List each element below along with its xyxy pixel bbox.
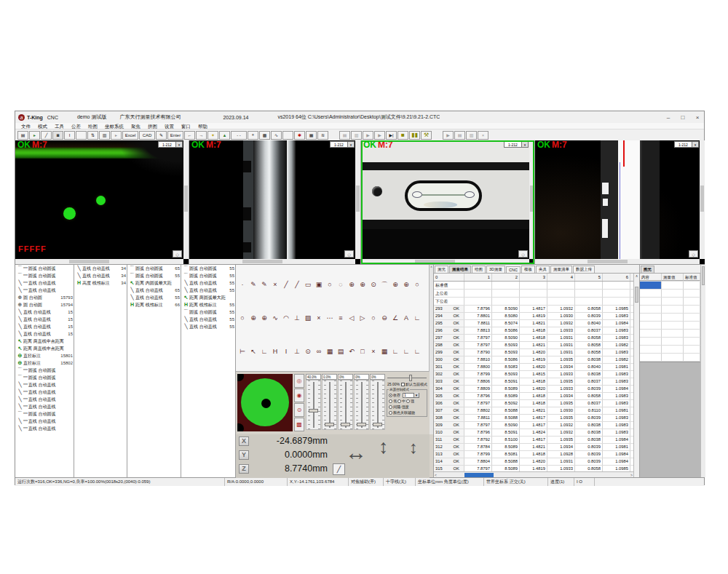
- camera2-hscrollbar[interactable]: [189, 259, 355, 264]
- camera-panel-4[interactable]: OKM:7 1-212▾ ◇: [535, 140, 705, 264]
- tool-icon[interactable]: ✎: [259, 280, 269, 290]
- camera2-zoom-select[interactable]: 1-212▾: [330, 141, 355, 148]
- tab-element[interactable]: 图元: [641, 266, 654, 273]
- table-row[interactable]: 298OK7.87978.50931.48211.09310.80581.098…: [434, 342, 639, 349]
- tool-icon[interactable]: □: [357, 347, 368, 356]
- camera4-hscrollbar[interactable]: [535, 259, 700, 264]
- tools-button[interactable]: ⚒: [421, 131, 432, 140]
- radio-high[interactable]: [406, 399, 410, 403]
- element-vscrollbar[interactable]: [700, 265, 705, 477]
- tool-icon[interactable]: ⊕: [401, 280, 411, 290]
- tool-icon[interactable]: ⊢: [237, 347, 248, 356]
- batch-button[interactable]: ▥: [351, 131, 362, 140]
- element-cell[interactable]: [662, 306, 684, 313]
- list-item[interactable]: ╲直线 自动直线55: [181, 287, 235, 294]
- find-button[interactable]: ⌖: [248, 131, 258, 140]
- close-button[interactable]: ×: [694, 114, 701, 121]
- radio-mid[interactable]: [397, 399, 401, 403]
- element-cell[interactable]: [684, 330, 700, 337]
- jog-z[interactable]: ↕: [409, 437, 418, 458]
- tool-icon[interactable]: ▤: [336, 347, 346, 356]
- element-cell[interactable]: [662, 290, 684, 297]
- cad-export-button[interactable]: CAD: [139, 131, 155, 140]
- tool-icon[interactable]: ⊕: [357, 280, 368, 290]
- tab-8[interactable]: 数据上传: [573, 266, 595, 273]
- tab-6[interactable]: 夹具: [536, 266, 550, 273]
- element-cell[interactable]: [640, 290, 662, 297]
- element-row[interactable]: [640, 330, 705, 338]
- element-cell[interactable]: [684, 338, 700, 345]
- element-cell[interactable]: [684, 306, 700, 313]
- element-cell[interactable]: [662, 314, 684, 321]
- spec-row[interactable]: 上公差: [434, 290, 639, 298]
- light-channel-button-0[interactable]: ◎: [294, 374, 304, 388]
- tool-icon[interactable]: ∟: [259, 347, 269, 356]
- camera-panel-3-active[interactable]: OKM:7 1-212▾ ◇: [361, 140, 534, 264]
- slider-thumb[interactable]: [309, 409, 318, 412]
- list-item[interactable]: ↖距离 内圆弧最大距: [127, 279, 181, 287]
- line-tool-button[interactable]: ╱: [41, 131, 52, 140]
- light-slider-2[interactable]: 0%: [338, 374, 353, 430]
- table-row[interactable]: 296OK7.88138.50861.48181.09330.80371.098…: [434, 327, 639, 335]
- list-item[interactable]: ↖距离 两直线中点距离: [15, 345, 74, 352]
- run-folder-button[interactable]: ▶: [363, 131, 373, 140]
- tool-icon[interactable]: ◠: [281, 314, 291, 323]
- default-mode-checkbox[interactable]: 默认当前模式: [401, 382, 427, 386]
- element-row[interactable]: [640, 338, 705, 346]
- y-axis-button[interactable]: Y: [239, 450, 249, 460]
- table-row[interactable]: 297OK7.87978.50901.48181.09310.80581.098…: [434, 335, 639, 342]
- image-mode-button[interactable]: ▲: [219, 131, 230, 140]
- tool-icon[interactable]: ⊙: [368, 280, 379, 290]
- element-cell[interactable]: [640, 346, 662, 353]
- tool-icon[interactable]: ✎: [248, 280, 258, 290]
- save-button[interactable]: ▤: [17, 131, 28, 140]
- save3-button[interactable]: ▤: [454, 131, 465, 140]
- tool-icon[interactable]: ○: [325, 280, 335, 290]
- edge-tool-button[interactable]: I: [64, 131, 75, 140]
- z-axis-button[interactable]: Z: [239, 464, 249, 474]
- slider-thumb[interactable]: [357, 423, 366, 426]
- table-row[interactable]: 301OK7.88008.50831.48201.09340.80401.098…: [434, 364, 639, 371]
- probe-button[interactable]: ◙: [52, 131, 63, 140]
- light-channel-button-2[interactable]: ⊙: [294, 403, 304, 417]
- list-item[interactable]: ╲直线 自动直线55: [181, 279, 235, 287]
- table-row[interactable]: 314OK7.88048.50881.48201.09310.80391.098…: [434, 458, 639, 466]
- tool-icon[interactable]: ↶: [347, 347, 357, 356]
- list-item[interactable]: ⌒圆弧 自动圆弧55: [181, 265, 235, 272]
- tool-icon[interactable]: ↖: [248, 347, 258, 356]
- element-cell[interactable]: [662, 346, 684, 353]
- light-channel-button-1[interactable]: ◉: [294, 388, 304, 402]
- tool-icon[interactable]: ⌒: [379, 280, 389, 290]
- radio-interval[interactable]: [389, 405, 392, 409]
- slider-thumb[interactable]: [373, 423, 382, 426]
- tab-0[interactable]: 测光: [435, 266, 448, 273]
- list-item[interactable]: ⌒圆弧 自动圆弧55: [181, 272, 235, 279]
- bars-button[interactable]: ▥: [99, 131, 110, 140]
- table-row[interactable]: 299OK7.87908.50931.48201.09310.80581.098…: [434, 349, 639, 356]
- play-step-button[interactable]: ▶|: [386, 131, 397, 140]
- list-item[interactable]: H高度 线性标注34: [74, 279, 127, 287]
- excel-export-button[interactable]: Excel: [122, 131, 138, 140]
- slider-thumb[interactable]: [325, 423, 334, 426]
- tool-icon[interactable]: I: [281, 347, 291, 356]
- list-item[interactable]: ╲直线 自动直线15: [15, 323, 74, 330]
- table-row[interactable]: 311OK7.87928.51001.48171.09350.80381.098…: [434, 437, 639, 444]
- open-button[interactable]: ▸: [29, 131, 40, 140]
- table-row[interactable]: 295OK7.88118.50741.48211.09320.80401.098…: [434, 320, 639, 327]
- list-item[interactable]: ╲直线 自动直线34: [74, 265, 127, 272]
- camera1-zoom-select[interactable]: 1-212▾: [158, 141, 183, 148]
- table-row[interactable]: 313OK7.87998.50811.48181.09280.80391.098…: [434, 451, 639, 458]
- ring-light-indicator[interactable]: [237, 374, 293, 431]
- stop-button[interactable]: ■: [397, 131, 408, 140]
- tool-icon[interactable]: ∠: [390, 314, 400, 323]
- element-cell[interactable]: [684, 290, 700, 297]
- table-row[interactable]: 309OK7.87978.50901.48171.09320.80381.098…: [434, 422, 639, 429]
- tool-icon[interactable]: ○: [412, 280, 422, 290]
- element-row[interactable]: [640, 282, 705, 290]
- tool-icon[interactable]: ∞: [314, 347, 324, 356]
- list-item[interactable]: ⌒圆弧 自动圆弧65: [127, 265, 181, 272]
- tool-icon[interactable]: ×: [368, 347, 379, 356]
- table-row[interactable]: 312OK7.87848.50891.48211.09340.80391.098…: [434, 444, 639, 451]
- tool-icon[interactable]: ▦: [379, 347, 389, 356]
- camera4-vscrollbar[interactable]: [700, 140, 705, 259]
